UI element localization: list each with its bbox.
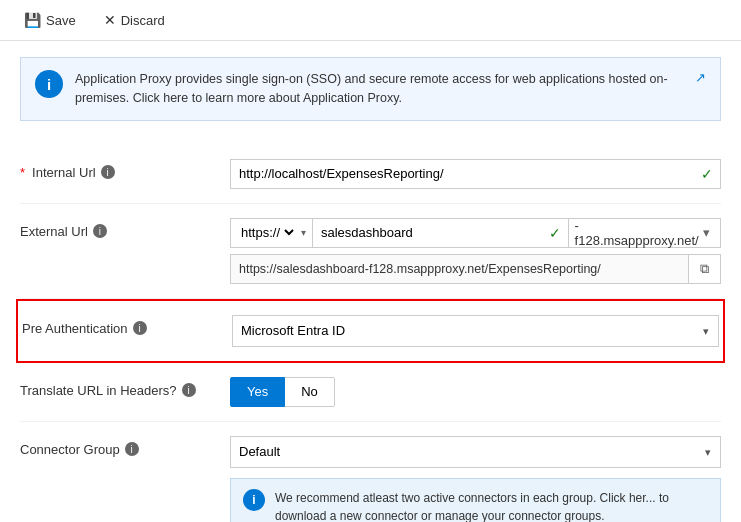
connector-info-box: i We recommend atleast two active connec… <box>230 478 721 523</box>
pre-auth-row: Pre Authentication i Microsoft Entra ID … <box>16 299 725 363</box>
connector-group-help-icon[interactable]: i <box>125 442 139 456</box>
internal-url-control: ✓ <box>230 159 721 189</box>
translate-url-label: Translate URL in Headers? i <box>20 377 220 398</box>
internal-url-label-text: Internal Url <box>32 165 96 180</box>
connector-group-dropdown-wrap: Default ▾ <box>230 436 721 468</box>
discard-button[interactable]: ✕ Discard <box>100 10 169 30</box>
external-url-label: External Url i <box>20 218 220 239</box>
subdomain-check-icon: ✓ <box>549 225 561 241</box>
form-area: * Internal Url i ✓ External Url i https:… <box>0 137 741 523</box>
internal-url-input-wrap: ✓ <box>230 159 721 189</box>
save-label: Save <box>46 13 76 28</box>
copy-icon: ⧉ <box>700 261 709 277</box>
connector-group-row: Connector Group i Default ▾ i We recomme… <box>20 422 721 523</box>
protocol-select[interactable]: https:// <box>237 224 297 241</box>
pre-auth-label: Pre Authentication i <box>22 315 222 336</box>
internal-url-label: * Internal Url i <box>20 159 220 180</box>
translate-url-row: Translate URL in Headers? i Yes No <box>20 363 721 422</box>
banner-text[interactable]: Application Proxy provides single sign-o… <box>75 70 683 108</box>
connector-group-control: Default ▾ i We recommend atleast two act… <box>230 436 721 523</box>
copy-url-button[interactable]: ⧉ <box>689 254 721 284</box>
subdomain-input-wrap: ✓ <box>313 218 569 248</box>
internal-url-row: * Internal Url i ✓ <box>20 145 721 204</box>
pre-auth-dropdown-wrap: Microsoft Entra ID Passthrough ▾ <box>232 315 719 347</box>
connector-group-select[interactable]: Default <box>230 436 721 468</box>
info-icon: i <box>35 70 63 98</box>
pre-auth-control: Microsoft Entra ID Passthrough ▾ <box>232 315 719 347</box>
translate-url-no-button[interactable]: No <box>285 377 335 407</box>
translate-url-label-text: Translate URL in Headers? <box>20 383 177 398</box>
connector-group-label-text: Connector Group <box>20 442 120 457</box>
full-url-display: https://salesdashboard-f128.msappproxy.n… <box>230 254 689 284</box>
protocol-chevron: ▾ <box>301 227 306 238</box>
domain-chevron: ▾ <box>703 225 714 240</box>
translate-url-control: Yes No <box>230 377 721 407</box>
connector-info-icon: i <box>243 489 265 511</box>
pre-auth-label-text: Pre Authentication <box>22 321 128 336</box>
external-link-icon[interactable]: ↗ <box>695 70 706 85</box>
external-url-top: https:// ▾ ✓ -f128.msappproxy.net/ ▾ <box>230 218 721 248</box>
discard-icon: ✕ <box>104 12 116 28</box>
internal-url-help-icon[interactable]: i <box>101 165 115 179</box>
domain-text: -f128.msappproxy.net/ <box>575 218 699 248</box>
subdomain-input[interactable] <box>313 218 569 248</box>
save-button[interactable]: 💾 Save <box>20 10 80 30</box>
toolbar: 💾 Save ✕ Discard <box>0 0 741 41</box>
external-url-row: External Url i https:// ▾ ✓ -f128.msappp… <box>20 204 721 299</box>
domain-select-wrap[interactable]: -f128.msappproxy.net/ ▾ <box>569 218 721 248</box>
internal-url-check-icon: ✓ <box>701 166 713 182</box>
translate-url-toggle: Yes No <box>230 377 721 407</box>
external-url-help-icon[interactable]: i <box>93 224 107 238</box>
full-url-row: https://salesdashboard-f128.msappproxy.n… <box>230 254 721 284</box>
info-banner: i Application Proxy provides single sign… <box>20 57 721 121</box>
pre-auth-help-icon[interactable]: i <box>133 321 147 335</box>
connector-group-label: Connector Group i <box>20 436 220 457</box>
internal-url-input[interactable] <box>230 159 721 189</box>
translate-url-yes-button[interactable]: Yes <box>230 377 285 407</box>
save-icon: 💾 <box>24 12 41 28</box>
discard-label: Discard <box>121 13 165 28</box>
protocol-select-wrap: https:// ▾ <box>230 218 313 248</box>
translate-url-help-icon[interactable]: i <box>182 383 196 397</box>
connector-info-text[interactable]: We recommend atleast two active connecto… <box>275 489 708 523</box>
external-url-control: https:// ▾ ✓ -f128.msappproxy.net/ ▾ htt… <box>230 218 721 284</box>
required-star: * <box>20 165 25 180</box>
external-url-label-text: External Url <box>20 224 88 239</box>
pre-auth-select[interactable]: Microsoft Entra ID Passthrough <box>232 315 719 347</box>
